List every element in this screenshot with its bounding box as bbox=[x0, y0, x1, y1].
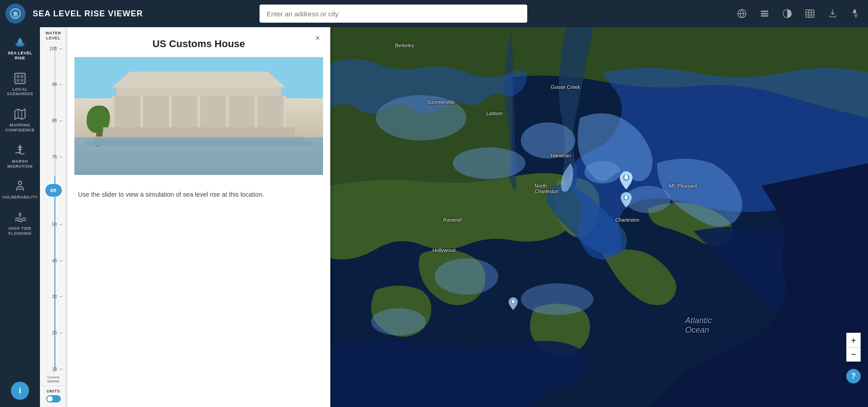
flood-water-overlay bbox=[74, 137, 323, 175]
sidebar-label-mapping-confidence: MAPPINGCONFIDENCE bbox=[5, 123, 35, 133]
slider-tick-7ft: 7ft bbox=[44, 155, 63, 160]
tick-label-5ft: 5ft bbox=[52, 222, 57, 227]
building-image bbox=[74, 57, 323, 175]
slider-tick-3ft: 3ft bbox=[44, 294, 63, 299]
zoom-out-button[interactable]: − bbox=[846, 347, 861, 362]
map-marker-charleston-main[interactable] bbox=[620, 171, 633, 191]
svg-rect-15 bbox=[17, 79, 20, 82]
sidebar-label-local-scenarios: LOCALSCENARIOS bbox=[7, 87, 33, 97]
tick-line bbox=[59, 333, 63, 333]
popup-close-button[interactable]: × bbox=[312, 33, 323, 44]
layers-button[interactable] bbox=[757, 6, 772, 21]
water-level-header: WATER LEVEL bbox=[40, 27, 67, 44]
sidebar-item-high-tide-flooding[interactable]: HIGH TIDEFLOODING bbox=[2, 206, 38, 241]
sidebar-item-mapping-confidence[interactable]: MAPPINGCONFIDENCE bbox=[2, 103, 38, 137]
current-mhhw-label: CurrentMHHW bbox=[46, 373, 60, 386]
tick-line bbox=[59, 261, 63, 261]
globe-button[interactable] bbox=[735, 6, 749, 21]
map-marker-charleston-secondary[interactable] bbox=[621, 192, 632, 209]
contrast-button[interactable] bbox=[780, 6, 794, 21]
map-svg bbox=[330, 27, 868, 407]
main-content: SEA LEVEL RISE LOCALSCENARIOS MAPPINGCON… bbox=[0, 27, 868, 407]
navigation-button[interactable] bbox=[848, 6, 863, 21]
slider-tick-1ft: 1ft bbox=[44, 367, 63, 372]
local-scenarios-icon bbox=[13, 72, 27, 85]
help-button[interactable]: ? bbox=[846, 369, 861, 383]
header-toolbar bbox=[735, 6, 863, 21]
sidebar-label-vulnerability: VULNERABILITY bbox=[2, 195, 38, 200]
tick-line bbox=[59, 48, 63, 49]
tick-label-7ft: 7ft bbox=[52, 155, 57, 160]
tick-line bbox=[59, 296, 63, 297]
units-label: UNITS bbox=[40, 389, 67, 393]
download-button[interactable] bbox=[825, 6, 840, 21]
svg-rect-16 bbox=[20, 79, 23, 82]
svg-point-26 bbox=[435, 258, 498, 295]
sidebar-item-marsh-migration[interactable]: MARSHMIGRATION bbox=[2, 139, 38, 174]
tick-label-9ft: 9ft bbox=[52, 82, 57, 87]
header: SEA LEVEL RISE VIEWER bbox=[0, 0, 868, 27]
svg-point-28 bbox=[371, 308, 426, 335]
tick-line bbox=[59, 369, 63, 369]
popup-panel: × US Customs House bbox=[67, 27, 330, 407]
svg-point-22 bbox=[453, 147, 525, 179]
popup-title: US Customs House bbox=[67, 27, 330, 57]
slider-bar bbox=[54, 46, 55, 372]
vulnerability-icon bbox=[13, 179, 27, 193]
building-facade bbox=[112, 72, 286, 145]
download-icon bbox=[828, 9, 838, 19]
slider-track: 10ft 9ft 8ft 7ft bbox=[44, 44, 63, 373]
svg-rect-6 bbox=[806, 10, 814, 18]
svg-rect-14 bbox=[20, 75, 23, 78]
sea-level-rise-icon bbox=[13, 35, 27, 49]
sidebar-item-local-scenarios[interactable]: LOCALSCENARIOS bbox=[2, 67, 38, 102]
svg-point-21 bbox=[521, 122, 575, 159]
zoom-in-button[interactable]: + bbox=[846, 333, 861, 347]
navigation-icon bbox=[850, 9, 860, 19]
slider-tick-6ft: 6ft bbox=[44, 190, 63, 191]
svg-point-24 bbox=[584, 161, 621, 184]
tick-label-10ft: 10ft bbox=[49, 46, 57, 51]
info-button[interactable]: i bbox=[11, 382, 29, 400]
search-container bbox=[260, 5, 527, 23]
slider-tick-10ft: 10ft bbox=[44, 46, 63, 51]
map-area[interactable]: Berkeley Summerville Ladson Goose Creek … bbox=[330, 27, 868, 407]
water-level-slider-container: 10ft 9ft 8ft 7ft bbox=[40, 44, 67, 373]
popup-image bbox=[74, 57, 323, 175]
toggle-knob bbox=[47, 396, 53, 402]
slider-tick-5ft: 5ft bbox=[44, 222, 63, 227]
app-logo[interactable] bbox=[5, 4, 25, 24]
logo-icon bbox=[9, 7, 22, 20]
tick-line bbox=[59, 224, 63, 225]
svg-point-23 bbox=[376, 95, 466, 141]
slider-tick-9ft: 9ft bbox=[44, 82, 63, 87]
svg-point-27 bbox=[521, 283, 593, 315]
layers-icon bbox=[760, 9, 770, 19]
svg-point-0 bbox=[13, 15, 18, 17]
sidebar: SEA LEVEL RISE LOCALSCENARIOS MAPPINGCON… bbox=[0, 27, 40, 407]
tick-line bbox=[59, 84, 63, 85]
sidebar-label-sea-level-rise: SEA LEVEL RISE bbox=[4, 51, 36, 61]
svg-rect-13 bbox=[17, 75, 20, 78]
tick-label-4ft: 4ft bbox=[52, 258, 57, 263]
units-toggle[interactable] bbox=[46, 395, 61, 402]
app-title: SEA LEVEL RISE VIEWER bbox=[33, 9, 143, 19]
slider-bar-filled bbox=[54, 176, 55, 372]
table-icon bbox=[805, 9, 815, 19]
sidebar-label-high-tide-flooding: HIGH TIDEFLOODING bbox=[8, 226, 32, 236]
tick-line bbox=[59, 121, 63, 121]
sidebar-item-sea-level-rise[interactable]: SEA LEVEL RISE bbox=[2, 31, 38, 65]
table-button[interactable] bbox=[803, 6, 817, 21]
svg-rect-3 bbox=[761, 13, 769, 15]
svg-point-17 bbox=[18, 181, 22, 185]
sidebar-label-marsh-migration: MARSHMIGRATION bbox=[7, 159, 32, 169]
slider-handle[interactable]: 6ft bbox=[45, 184, 62, 197]
sidebar-item-vulnerability[interactable]: VULNERABILITY bbox=[2, 175, 38, 204]
tick-label-2ft: 2ft bbox=[52, 330, 57, 335]
map-marker-small[interactable] bbox=[509, 297, 518, 312]
marsh-migration-icon bbox=[13, 144, 27, 157]
tick-label-1ft: 1ft bbox=[52, 367, 57, 372]
tick-label-8ft: 8ft bbox=[52, 118, 57, 123]
high-tide-flooding-icon bbox=[13, 211, 27, 224]
search-input[interactable] bbox=[260, 5, 527, 23]
